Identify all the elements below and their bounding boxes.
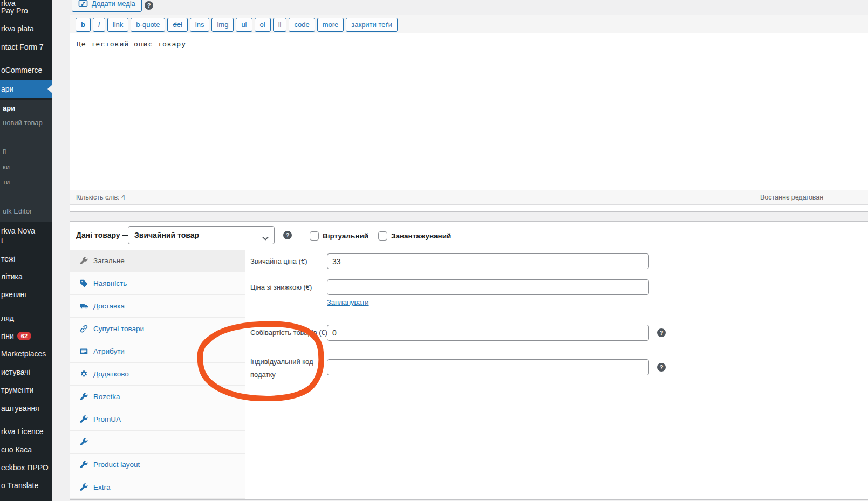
wrench-icon: [80, 415, 88, 424]
description-editor-section: Додати медіа b i link b-quote del ins im…: [70, 0, 868, 212]
tab-rozetka[interactable]: Rozetka: [70, 386, 245, 408]
sidebar-item-kasa[interactable]: сно Каса: [1, 445, 32, 454]
product-data-header: Дані товару — Звичайний товар Віртуальни…: [70, 222, 868, 250]
ul-button[interactable]: ul: [236, 18, 252, 32]
sidebar-item-users[interactable]: истувачі: [1, 368, 30, 376]
italic-button[interactable]: i: [93, 18, 105, 32]
tab-label: Загальне: [93, 257, 125, 265]
wrench-icon: [80, 438, 88, 447]
sidebar-item-plugins-label: гіни: [1, 332, 14, 340]
close-tags-button[interactable]: закрити теґи: [346, 18, 398, 32]
tab-attributes[interactable]: Атрибути: [70, 340, 245, 363]
tab-general[interactable]: Загальне: [70, 250, 245, 272]
sidebar-item-analytics[interactable]: літика: [1, 272, 23, 281]
tab-label: Extra: [93, 483, 111, 491]
regular-price-label: Звичайна ціна (€): [250, 253, 307, 269]
sidebar-subitem-bulk-editor[interactable]: ulk Editor: [3, 207, 32, 215]
sidebar-item-plugins[interactable]: гіни62: [1, 332, 31, 341]
tab-promua[interactable]: PromUA: [70, 408, 245, 431]
chevron-down-icon: [262, 234, 269, 242]
tab-advanced[interactable]: Додатково: [70, 363, 245, 386]
sidebar-item-nova-line1[interactable]: rkva Nova: [1, 227, 35, 235]
li-button[interactable]: li: [273, 18, 287, 32]
sidebar-item-contact-form-7[interactable]: ntact Form 7: [1, 43, 44, 51]
wrench-icon: [80, 257, 88, 265]
product-type-select[interactable]: Звичайний товар: [128, 226, 275, 244]
tab-label: Наявність: [93, 279, 127, 287]
tab-label: Rozetka: [93, 393, 120, 401]
tax-code-help-icon[interactable]: [657, 363, 666, 372]
header-divider: [299, 229, 299, 242]
tab-shipping[interactable]: Доставка: [70, 295, 245, 318]
tax-code-input[interactable]: [327, 359, 649, 375]
text-editor-container: b i link b-quote del ins img ul ol li co…: [70, 15, 868, 212]
product-type-help-icon[interactable]: [283, 231, 292, 239]
blockquote-button[interactable]: b-quote: [131, 18, 165, 32]
sidebar-item-appearance[interactable]: ляд: [1, 314, 14, 322]
product-type-value: Звичайний товар: [134, 231, 199, 239]
sidebar-subitem-products[interactable]: ари: [3, 104, 15, 112]
tab-label: Атрибути: [93, 347, 125, 355]
sidebar-item-checkbox-prro[interactable]: eckbox ПРРО: [1, 463, 49, 472]
sidebar-subitem-add-new-product[interactable]: новий товар: [3, 119, 43, 127]
add-media-button[interactable]: Додати медіа: [72, 0, 142, 12]
wrench-icon: [80, 461, 88, 469]
sidebar-item-licence[interactable]: rkva Licence: [1, 427, 44, 436]
virtual-checkbox[interactable]: [310, 231, 319, 241]
sidebar-item-nova-line2[interactable]: t: [1, 236, 3, 245]
sidebar-item-settings[interactable]: аштування: [1, 404, 39, 413]
tab-label: Product layout: [93, 461, 140, 469]
admin-sidebar: rkva Pay Pro rkva plata ntact Form 7 oCo…: [0, 0, 52, 501]
sidebar-item-pay-pro-line2[interactable]: Pay Pro: [1, 6, 28, 15]
cost-of-goods-help-icon[interactable]: [657, 328, 666, 337]
tab-product-layout[interactable]: Product layout: [70, 454, 245, 476]
wrench-icon: [80, 393, 88, 401]
code-button[interactable]: code: [289, 18, 315, 32]
virtual-checkbox-label[interactable]: Віртуальний: [323, 232, 368, 240]
sidebar-item-plata[interactable]: rkva plata: [1, 24, 34, 33]
sale-price-input[interactable]: [327, 279, 649, 295]
tab-extra[interactable]: Extra: [70, 476, 245, 499]
word-count: Кількість слів: 4: [76, 194, 125, 201]
tab-unnamed[interactable]: [70, 431, 245, 454]
sidebar-subitem-categories[interactable]: ії: [3, 148, 6, 156]
sidebar-item-woocommerce[interactable]: oCommerce: [1, 66, 42, 74]
ol-button[interactable]: ol: [255, 18, 271, 32]
regular-price-input[interactable]: [327, 253, 649, 269]
sidebar-item-tools[interactable]: трументи: [1, 386, 33, 394]
more-button[interactable]: more: [317, 18, 344, 32]
tab-inventory[interactable]: Наявність: [70, 272, 245, 295]
cost-of-goods-input[interactable]: [327, 325, 649, 341]
cost-of-goods-label: Собівартість товарів (€): [250, 325, 327, 341]
sidebar-item-products-active[interactable]: ари: [0, 80, 52, 98]
bold-button[interactable]: b: [76, 18, 91, 32]
product-data-panel: Дані товару — Звичайний товар Віртуальни…: [70, 221, 868, 500]
tab-label: Додатково: [93, 370, 129, 378]
product-data-body: Загальне Наявність Доставка Супутні това…: [70, 250, 868, 499]
ins-button[interactable]: ins: [190, 18, 210, 32]
link-button[interactable]: link: [107, 18, 129, 32]
downloadable-checkbox[interactable]: [378, 231, 387, 241]
tab-linked-products[interactable]: Супутні товари: [70, 318, 245, 340]
img-button[interactable]: img: [211, 18, 234, 32]
sidebar-item-loco-translate[interactable]: o Translate: [1, 481, 38, 490]
product-data-title: Дані товару —: [76, 231, 129, 239]
general-tab-fields: Звичайна ціна (€) Ціна зі знижкою (€) За…: [246, 250, 868, 499]
tab-label: Доставка: [93, 302, 125, 310]
wrench-icon: [80, 483, 88, 492]
description-textarea[interactable]: Це тестовий опис товару: [70, 33, 868, 190]
sidebar-item-marketing[interactable]: ркетинг: [1, 290, 27, 299]
plugins-count-badge: 62: [17, 332, 31, 340]
tax-code-label: Індивідуальний код податку: [250, 355, 320, 381]
del-button[interactable]: del: [167, 18, 187, 32]
sidebar-item-payments[interactable]: тежі: [1, 255, 15, 263]
sidebar-subitem-tags[interactable]: ки: [3, 163, 10, 171]
downloadable-checkbox-label[interactable]: Завантажуваний: [391, 232, 451, 240]
active-menu-arrow-icon: [47, 80, 52, 98]
last-edited-text: Востаннє редагован: [760, 194, 823, 201]
sale-price-label: Ціна зі знижкою (€): [250, 279, 312, 295]
sidebar-item-marketplaces[interactable]: Marketplaces: [1, 349, 46, 358]
schedule-link[interactable]: Запланувати: [327, 298, 369, 306]
editor-help-icon[interactable]: [145, 1, 153, 10]
sidebar-subitem-attributes[interactable]: ти: [3, 178, 10, 186]
